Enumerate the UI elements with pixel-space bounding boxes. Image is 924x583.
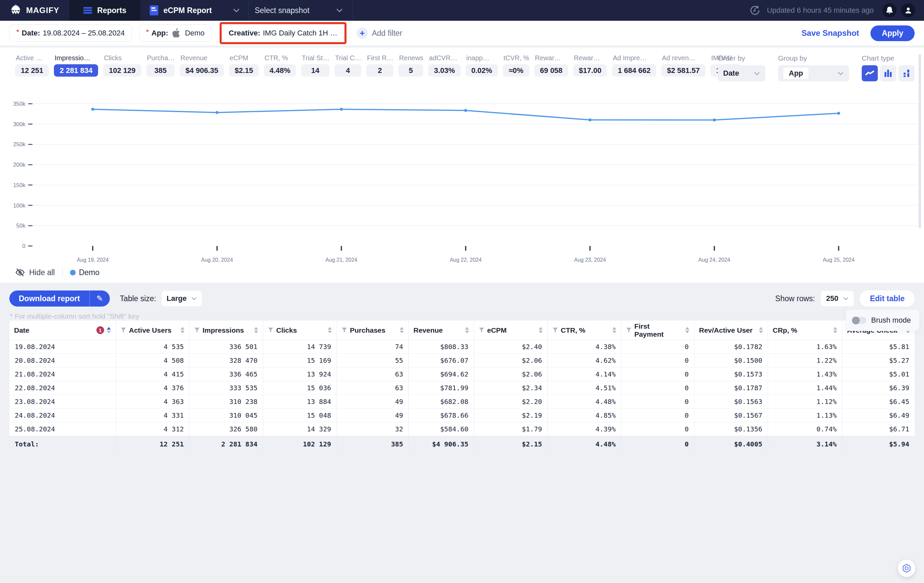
column-label: Active Users — [129, 326, 172, 334]
nav-item-reports[interactable]: Reports — [69, 0, 140, 21]
brush-mode-toggle[interactable] — [852, 317, 866, 324]
filter-funnel-icon[interactable] — [120, 327, 126, 333]
sort-arrows-icon[interactable] — [328, 327, 332, 333]
chevron-down-icon — [754, 72, 760, 75]
table-size-select[interactable]: Large — [162, 291, 202, 306]
report-selector[interactable]: eCPM Report — [140, 0, 248, 21]
column-header-ctr-[interactable]: CTR, % — [547, 321, 621, 340]
sort-arrows-icon[interactable] — [465, 327, 469, 333]
settings-fab-button[interactable] — [898, 560, 915, 577]
svg-text:Aug 24, 2024: Aug 24, 2024 — [698, 257, 730, 263]
required-asterisk: * — [146, 28, 149, 36]
metric-value-chip[interactable]: 385 — [146, 64, 175, 77]
metric-value-chip[interactable]: $4 906.35 — [180, 64, 224, 77]
chevron-down-icon — [191, 297, 197, 300]
filter-funnel-icon[interactable] — [479, 327, 484, 333]
column-header-active-users[interactable]: Active Users — [116, 321, 189, 340]
column-header-revenue[interactable]: Revenue — [408, 321, 474, 340]
metric-value-chip[interactable]: $17.00 — [573, 64, 607, 77]
download-report-button[interactable]: Download report ✎ — [9, 290, 110, 306]
sort-arrows-icon[interactable] — [400, 327, 404, 333]
metric-item: CTR, %4.48% — [264, 54, 296, 83]
chart-type-line-button[interactable] — [862, 65, 878, 81]
edit-table-button[interactable]: Edit table — [860, 290, 915, 306]
filter-funnel-icon[interactable] — [626, 327, 632, 333]
metric-value-chip[interactable]: 4.48% — [264, 64, 296, 77]
table-cell: Total: — [9, 436, 116, 452]
pencil-icon[interactable]: ✎ — [90, 290, 110, 306]
sort-arrows-icon[interactable] — [685, 327, 689, 333]
metric-value-chip[interactable]: $2.15 — [229, 64, 259, 77]
metric-value-chip[interactable]: 5 — [398, 64, 423, 77]
metric-value-chip[interactable]: 14 — [301, 64, 330, 77]
column-label: CTR, % — [561, 326, 586, 334]
filter-funnel-icon[interactable] — [194, 327, 200, 333]
order-by-value: Date — [723, 69, 739, 77]
sort-arrows-icon[interactable] — [833, 327, 837, 333]
user-avatar[interactable] — [901, 3, 915, 17]
add-filter-button[interactable]: + Add filter — [356, 28, 403, 39]
table-cell: $676.07 — [408, 354, 474, 367]
svg-text:300k: 300k — [13, 121, 25, 127]
column-header-ecpm[interactable]: eCPM — [474, 321, 547, 340]
table-cell: $5.94 — [842, 436, 915, 452]
table-row: 20.08.20244 508328 47015 16955$676.07$2.… — [9, 354, 915, 367]
metric-value-chip[interactable]: $2 581.57 — [661, 64, 705, 77]
filter-funnel-icon[interactable] — [553, 327, 558, 333]
apply-button[interactable]: Apply — [870, 25, 915, 41]
metric-value-chip[interactable]: 0.02% — [466, 64, 498, 77]
apple-icon — [172, 28, 182, 39]
column-header-first-payment[interactable]: First Payment — [621, 321, 694, 340]
order-by-select[interactable]: Date — [718, 65, 765, 81]
table-cell: $5.01 — [842, 367, 915, 381]
column-header-crp-[interactable]: CRp, % — [768, 321, 842, 340]
column-header-impressions[interactable]: Impressions — [189, 321, 263, 340]
chart-type-bar-button[interactable] — [880, 65, 896, 81]
save-snapshot-button[interactable]: Save Snapshot — [802, 28, 859, 38]
line-chart-svg: 050k100k150k200k250k300k350kAug 19, 2024… — [0, 97, 924, 266]
metric-value-chip[interactable]: 4 — [335, 64, 361, 77]
filter-chip-app[interactable]: * App: Demo — [139, 25, 212, 42]
table-cell: 13 884 — [263, 395, 337, 408]
table-cell: $0.1356 — [694, 422, 768, 436]
metric-item: Active …12 251 — [15, 54, 49, 83]
metric-value-chip[interactable]: 69 058 — [534, 64, 568, 77]
nav-right: Updated 6 hours 45 minutes ago — [749, 0, 924, 21]
filter-chip-creative[interactable]: Creative: IMG Daily Catch 1H … — [222, 25, 345, 42]
metric-value-chip[interactable]: 2 — [366, 64, 393, 77]
metric-value-chip[interactable]: 102 129 — [103, 64, 141, 77]
refresh-clock-icon[interactable] — [749, 5, 760, 16]
snapshot-select[interactable]: Select snapshot — [249, 0, 353, 21]
metrics-row: Active …12 251Impressio…2 281 834Clicks1… — [15, 54, 745, 83]
notifications-button[interactable] — [883, 3, 896, 17]
column-header-rev-active-user[interactable]: Rev/Active User — [694, 321, 768, 340]
group-by-select[interactable]: App — [778, 65, 849, 81]
table-cell: $2.06 — [474, 367, 547, 381]
sort-arrows-icon[interactable] — [254, 327, 258, 333]
table-cell: $584.60 — [408, 422, 474, 436]
filter-funnel-icon[interactable] — [342, 327, 347, 333]
metric-value-chip[interactable]: 2 281 834 — [54, 64, 98, 77]
metric-value-chip[interactable]: ≈0% — [503, 64, 529, 77]
metric-value-chip[interactable]: 3.03% — [428, 64, 460, 77]
multi-sort-note: * For multiple-column sort hold "Shift" … — [10, 312, 139, 320]
sort-arrows-icon[interactable] — [107, 327, 111, 333]
column-header-purchases[interactable]: Purchases — [337, 321, 408, 340]
chart-type-stacked-bar-button[interactable] — [899, 65, 915, 81]
metric-value-chip[interactable]: 12 251 — [15, 64, 49, 77]
column-header-clicks[interactable]: Clicks — [263, 321, 337, 340]
legend-item-demo[interactable]: Demo — [70, 268, 99, 277]
show-rows-select[interactable]: 250 — [821, 291, 854, 306]
filter-chip-date[interactable]: * Date: 19.08.2024 – 25.08.2024 — [9, 25, 132, 42]
brand[interactable]: MAGIFY — [0, 0, 69, 21]
sort-arrows-icon[interactable] — [759, 327, 763, 333]
sort-arrows-icon[interactable] — [180, 327, 185, 333]
filter-funnel-icon[interactable] — [268, 327, 274, 333]
sort-arrows-icon[interactable] — [539, 327, 543, 333]
sort-arrows-icon[interactable] — [612, 327, 616, 333]
table-size-label: Table size: — [120, 294, 156, 303]
column-header-date[interactable]: Date1 — [9, 321, 116, 340]
table-cell: 14 329 — [263, 422, 337, 436]
metric-value-chip[interactable]: 1 684 662 — [612, 64, 656, 77]
hide-all-button[interactable]: Hide all — [15, 268, 55, 277]
